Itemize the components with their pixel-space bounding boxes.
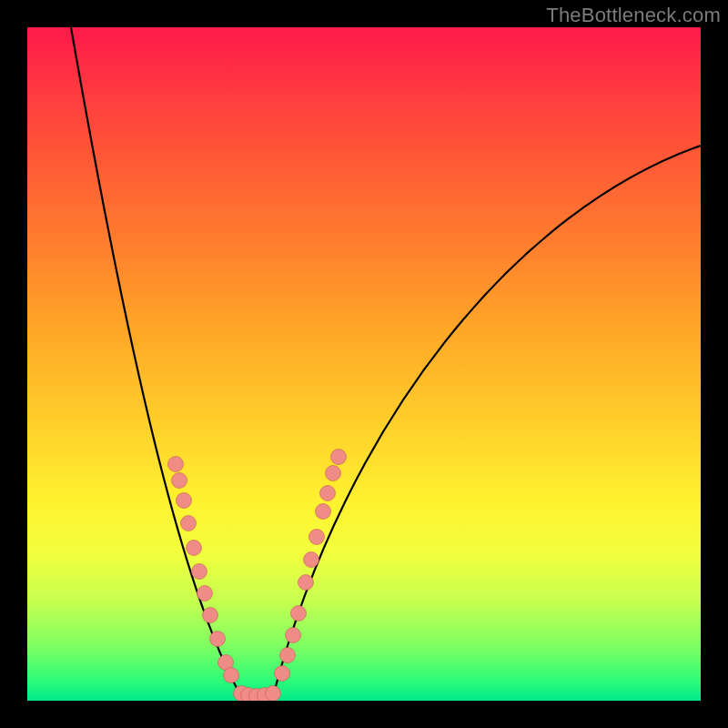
svg-point-20 (298, 575, 314, 591)
svg-point-0 (168, 457, 184, 472)
scatter-left (168, 457, 239, 683)
svg-point-5 (192, 564, 207, 580)
svg-point-22 (309, 530, 325, 545)
scatter-right (275, 450, 347, 682)
svg-point-4 (187, 541, 202, 556)
svg-point-25 (326, 466, 341, 481)
svg-point-19 (291, 606, 307, 622)
bottleneck-curve (27, 27, 701, 701)
chart-plot-area (27, 27, 701, 701)
svg-point-6 (197, 586, 213, 602)
chart-frame: TheBottleneck.com (0, 0, 728, 728)
svg-point-15 (266, 686, 281, 702)
curve-right (273, 146, 701, 696)
svg-point-26 (331, 450, 347, 465)
curve-left (71, 27, 241, 696)
svg-point-1 (172, 473, 187, 489)
svg-point-18 (286, 628, 301, 643)
svg-point-24 (320, 486, 336, 501)
svg-point-7 (203, 608, 218, 623)
watermark-text: TheBottleneck.com (546, 4, 721, 27)
svg-point-21 (304, 552, 319, 568)
svg-point-17 (280, 648, 296, 663)
svg-point-23 (316, 504, 331, 520)
svg-point-3 (181, 516, 197, 531)
svg-point-16 (275, 666, 290, 682)
svg-point-8 (210, 632, 226, 647)
svg-point-10 (224, 668, 239, 683)
svg-point-2 (177, 493, 192, 509)
scatter-bottom (234, 686, 281, 702)
